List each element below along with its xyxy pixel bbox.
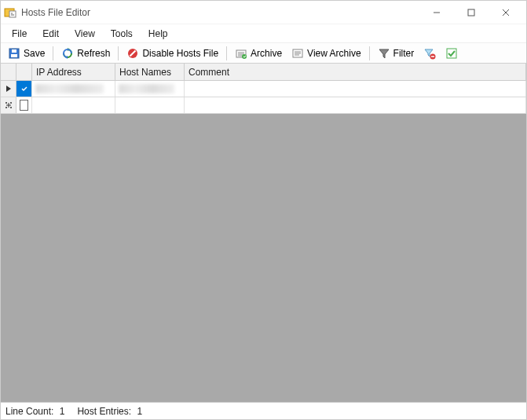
view-archive-label: View Archive xyxy=(307,48,360,59)
table-row[interactable] xyxy=(1,81,526,97)
save-button[interactable]: Save xyxy=(4,45,49,62)
status-bar: Line Count: 1 Host Entries: 1 xyxy=(1,402,526,419)
close-button[interactable] xyxy=(489,2,523,24)
menu-help[interactable]: Help xyxy=(141,26,176,42)
cell-comment[interactable] xyxy=(185,81,526,97)
svg-rect-2 xyxy=(468,9,474,16)
filter-icon xyxy=(378,47,390,60)
menu-edit[interactable]: Edit xyxy=(35,26,67,42)
redacted-text xyxy=(35,84,104,93)
remove-filter-icon xyxy=(423,47,436,60)
new-row-icon xyxy=(5,101,13,109)
header-comment[interactable]: Comment xyxy=(185,64,526,80)
header-checkbox[interactable] xyxy=(16,64,32,80)
line-count-value: 1 xyxy=(60,406,65,417)
maximize-button[interactable] xyxy=(454,2,489,24)
menu-file[interactable]: File xyxy=(4,26,35,42)
svg-point-13 xyxy=(5,102,7,104)
svg-rect-5 xyxy=(12,49,16,53)
remove-filter-button[interactable] xyxy=(419,45,440,62)
separator xyxy=(369,46,370,60)
svg-rect-1 xyxy=(9,11,16,17)
redacted-text xyxy=(119,84,174,93)
window-title: Hosts File Editor xyxy=(21,7,419,18)
filter-label: Filter xyxy=(393,48,415,59)
table-new-row[interactable] xyxy=(1,97,526,114)
window-controls xyxy=(419,2,523,24)
cell-hosts[interactable] xyxy=(115,81,185,97)
row-indicator xyxy=(1,81,16,97)
status-host-entries: Host Entries: 1 xyxy=(77,406,142,417)
svg-point-14 xyxy=(10,102,12,104)
menu-view[interactable]: View xyxy=(67,26,103,42)
grid-empty-area[interactable] xyxy=(1,114,526,402)
title-bar: Hosts File Editor xyxy=(1,1,526,24)
app-icon xyxy=(4,6,16,19)
view-archive-icon xyxy=(291,47,304,60)
view-archive-button[interactable]: View Archive xyxy=(287,45,364,62)
grid-header: IP Address Host Names Comment xyxy=(1,64,526,81)
row-indicator xyxy=(1,97,16,113)
header-ip[interactable]: IP Address xyxy=(32,64,115,80)
data-grid: IP Address Host Names Comment xyxy=(1,64,526,114)
svg-point-15 xyxy=(5,107,7,108)
cell-comment[interactable] xyxy=(185,97,526,113)
cell-ip[interactable] xyxy=(32,97,115,113)
svg-point-9 xyxy=(242,54,247,59)
checkbox-icon xyxy=(20,83,29,94)
line-count-label: Line Count: xyxy=(5,406,53,417)
row-checkbox-cell[interactable] xyxy=(16,81,32,97)
refresh-icon xyxy=(61,47,74,60)
menu-tools[interactable]: Tools xyxy=(103,26,141,42)
refresh-label: Refresh xyxy=(77,48,110,59)
save-label: Save xyxy=(24,48,45,59)
apply-button[interactable] xyxy=(441,45,462,62)
separator xyxy=(226,46,227,60)
disable-hosts-label: Disable Hosts File xyxy=(142,48,218,59)
separator xyxy=(53,46,53,60)
archive-button[interactable]: Archive xyxy=(231,45,286,62)
header-hosts[interactable]: Host Names xyxy=(115,64,185,80)
cell-hosts[interactable] xyxy=(115,97,185,113)
disable-hosts-button[interactable]: Disable Hosts File xyxy=(123,45,222,62)
host-entries-value: 1 xyxy=(137,406,142,417)
svg-point-16 xyxy=(10,107,12,108)
separator xyxy=(118,46,119,60)
menu-bar: File Edit View Tools Help xyxy=(1,24,526,43)
cell-ip[interactable] xyxy=(32,81,115,97)
header-indicator[interactable] xyxy=(1,64,16,80)
status-line-count: Line Count: 1 xyxy=(5,406,64,417)
host-entries-label: Host Entries: xyxy=(77,406,131,417)
current-row-icon xyxy=(5,85,12,93)
check-icon xyxy=(445,47,458,60)
filter-button[interactable]: Filter xyxy=(374,45,419,62)
disable-icon xyxy=(126,47,139,60)
archive-label: Archive xyxy=(251,48,282,59)
toolbar: Save Refresh Disable Hosts File Archive … xyxy=(1,43,526,64)
checkbox-icon xyxy=(20,100,28,111)
minimize-button[interactable] xyxy=(419,2,454,24)
svg-rect-12 xyxy=(447,49,456,58)
svg-rect-4 xyxy=(11,54,17,57)
refresh-button[interactable]: Refresh xyxy=(57,45,114,62)
archive-icon xyxy=(235,47,247,60)
save-icon xyxy=(8,47,20,60)
row-checkbox-cell[interactable] xyxy=(16,97,32,113)
